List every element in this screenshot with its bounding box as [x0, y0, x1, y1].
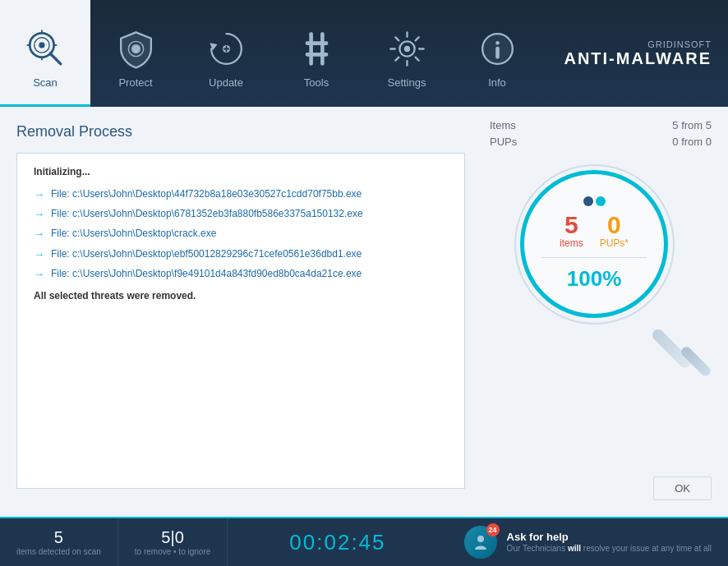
main-content: Removal Process Initializing... → File: … — [0, 107, 728, 517]
svg-point-3 — [39, 42, 44, 48]
protect-icon — [113, 26, 159, 71]
log-entry-1: → File: c:\Users\John\Desktop\6781352eb3… — [34, 207, 448, 222]
info-icon — [475, 26, 520, 71]
pups-label: PUPs — [490, 136, 517, 148]
log-file-2: File: c:\Users\John\Desktop\crack.exe — [51, 227, 216, 241]
svg-rect-13 — [320, 32, 325, 65]
footer-help: 24 Ask for help Our Technicians will res… — [448, 526, 728, 559]
pups-value: 0 from 0 — [672, 136, 712, 148]
nav-settings[interactable]: Settings — [362, 0, 452, 107]
svg-point-19 — [495, 41, 500, 45]
settings-label: Settings — [388, 76, 426, 89]
footer-remove: 5|0 to remove • to ignore — [118, 518, 228, 566]
stats-items-row: Items 5 from 5 — [490, 119, 712, 131]
svg-line-2 — [50, 53, 61, 64]
arrow-icon-2: → — [34, 227, 44, 242]
arrow-icon-3: → — [34, 247, 44, 262]
log-success: All selected threats were removed. — [34, 290, 448, 301]
circle-pups-count: 0 — [600, 213, 629, 237]
scan-icon — [23, 26, 68, 71]
toggle-indicator — [583, 196, 606, 206]
svg-rect-12 — [309, 32, 313, 65]
log-box: Initializing... → File: c:\Users\John\De… — [16, 153, 465, 489]
protect-label: Protect — [118, 76, 152, 89]
footer-detected: 5 items detected on scan — [0, 518, 118, 566]
tools-label: Tools — [304, 76, 329, 89]
circle-items-count: 5 — [560, 213, 583, 237]
footer-timer: 00:02:45 — [228, 530, 447, 555]
footer-detected-num: 5 — [54, 528, 63, 547]
help-person-icon — [472, 533, 490, 551]
help-icon-container: 24 — [464, 526, 497, 559]
help-text-block: Ask for help Our Technicians will resolv… — [507, 531, 712, 554]
items-label: Items — [490, 119, 516, 131]
log-entry-4: → File: c:\Users\John\Desktop\f9e49101d4… — [34, 267, 448, 282]
svg-point-17 — [403, 46, 409, 52]
brand: GRIDINSOFT ANTI-MALWARE — [564, 39, 712, 68]
log-file-4: File: c:\Users\John\Desktop\f9e49101d4a8… — [51, 267, 362, 281]
right-panel: Items 5 from 5 PUPs 0 from 0 — [481, 107, 728, 517]
items-count-block: 5 items — [560, 213, 583, 249]
items-value: 5 from 5 — [672, 119, 712, 131]
footer-remove-label: to remove • to ignore — [135, 547, 210, 556]
page-title: Removal Process — [16, 123, 465, 140]
help-badge: 24 — [486, 523, 500, 536]
settings-icon — [385, 26, 430, 71]
stats-pups-row: PUPs 0 from 0 — [490, 136, 712, 148]
help-title: Ask for help — [507, 531, 712, 543]
arrow-icon-4: → — [34, 267, 44, 282]
svg-point-21 — [477, 536, 484, 542]
svg-point-8 — [131, 44, 141, 53]
ok-button[interactable]: OK — [653, 476, 712, 500]
log-entry-0: → File: c:\Users\John\Desktop\44f732b8a1… — [34, 187, 448, 202]
log-entry-2: → File: c:\Users\John\Desktop\crack.exe — [34, 227, 448, 242]
circle-pups-label: PUPs* — [600, 237, 629, 249]
update-icon — [204, 26, 249, 71]
update-label: Update — [209, 76, 243, 89]
nav-update[interactable]: Update — [181, 0, 271, 107]
toggle-dot-teal — [596, 196, 606, 206]
nav-tools[interactable]: Tools — [271, 0, 362, 107]
log-initializing: Initializing... — [34, 166, 448, 177]
log-file-0: File: c:\Users\John\Desktop\44f732b8a18e… — [51, 187, 362, 201]
footer-detected-label: items detected on scan — [16, 547, 101, 556]
svg-rect-15 — [305, 53, 328, 57]
header: Scan Protect Update — [0, 0, 728, 107]
pups-count-block: 0 PUPs* — [600, 213, 629, 249]
nav-protect[interactable]: Protect — [90, 0, 181, 107]
log-file-1: File: c:\Users\John\Desktop\6781352eb3fa… — [51, 207, 363, 221]
svg-rect-20 — [495, 47, 500, 59]
circle-counts: 5 items 0 PUPs* — [560, 213, 629, 249]
arrow-icon-1: → — [34, 207, 44, 222]
footer-remove-num: 5|0 — [161, 528, 183, 547]
scan-label: Scan — [33, 76, 58, 89]
magnifier-circle: 5 items 0 PUPs* 100% — [520, 170, 668, 318]
circle-percent: 100% — [567, 266, 622, 292]
brand-sub: GRIDINSOFT — [564, 39, 712, 49]
arrow-icon-0: → — [34, 187, 44, 202]
nav-info[interactable]: Info — [452, 0, 542, 107]
footer: 5 items detected on scan 5|0 to remove •… — [0, 517, 728, 566]
info-label: Info — [488, 76, 506, 89]
left-panel: Removal Process Initializing... → File: … — [0, 107, 481, 517]
brand-main: ANTI-MALWARE — [564, 49, 712, 68]
svg-rect-14 — [305, 41, 328, 45]
tools-icon — [294, 26, 339, 71]
circle-items-label: items — [560, 237, 583, 249]
log-file-3: File: c:\Users\John\Desktop\ebf500128292… — [51, 247, 362, 261]
toggle-dot-dark — [583, 196, 593, 206]
circle-divider — [541, 257, 647, 258]
nav-scan[interactable]: Scan — [0, 0, 90, 107]
help-desc: Our Technicians will resolve your issue … — [507, 543, 712, 554]
log-entry-3: → File: c:\Users\John\Desktop\ebf5001282… — [34, 247, 448, 262]
